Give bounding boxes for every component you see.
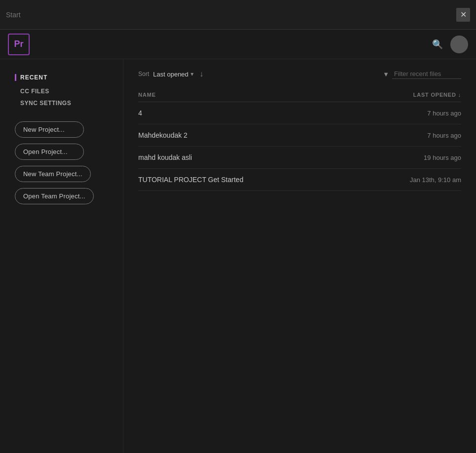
sort-bar: Sort Last opened Name Size ▾ ↓ ▼ xyxy=(138,69,461,79)
open-team-project-button[interactable]: Open Team Project... xyxy=(15,188,94,204)
app-header: Pr 🔍 xyxy=(0,30,476,59)
file-name-cell: 4 xyxy=(138,102,355,124)
sort-direction-button[interactable]: ↓ xyxy=(198,70,205,78)
file-name-cell: mahd koudak asli xyxy=(138,147,355,169)
table-row[interactable]: Mahdekoudak 27 hours ago xyxy=(138,124,461,147)
table-row[interactable]: TUTORIAL PROJECT Get StartedJan 13th, 9:… xyxy=(138,169,461,191)
file-name-cell: TUTORIAL PROJECT Get Started xyxy=(138,169,355,191)
sidebar-buttons: New Project... Open Project... New Team … xyxy=(15,121,113,204)
col-name-header: NAME xyxy=(138,89,355,102)
sort-arrow-icon: ↓ xyxy=(458,92,461,98)
sidebar-item-cc-files[interactable]: CC FILES xyxy=(15,88,113,95)
content-area: Sort Last opened Name Size ▾ ↓ ▼ NAME xyxy=(123,59,476,453)
search-icon-button[interactable]: 🔍 xyxy=(429,36,446,53)
search-icon: 🔍 xyxy=(432,39,443,50)
new-project-button[interactable]: New Project... xyxy=(15,121,84,138)
file-date-cell: 7 hours ago xyxy=(355,124,461,147)
recent-section-label: RECENT xyxy=(15,74,113,81)
file-name-cell: Mahdekoudak 2 xyxy=(138,124,355,147)
col-date-header[interactable]: LAST OPENED↓ xyxy=(355,89,461,102)
start-input[interactable] xyxy=(6,11,456,19)
top-bar: ✕ xyxy=(0,0,476,30)
file-date-cell: Jan 13th, 9:10 am xyxy=(355,169,461,191)
user-avatar[interactable] xyxy=(450,36,468,53)
sidebar: RECENT CC FILES SYNC SETTINGS New Projec… xyxy=(0,59,123,453)
files-table: NAME LAST OPENED↓ 47 hours agoMahdekouda… xyxy=(138,89,461,191)
sort-select[interactable]: Last opened Name Size xyxy=(153,71,191,78)
file-date-cell: 7 hours ago xyxy=(355,102,461,124)
main-area: RECENT CC FILES SYNC SETTINGS New Projec… xyxy=(0,59,476,453)
filter-input[interactable] xyxy=(392,69,461,79)
sort-select-wrapper[interactable]: Last opened Name Size ▾ xyxy=(153,71,194,78)
open-project-button[interactable]: Open Project... xyxy=(15,144,84,160)
premiere-pro-logo: Pr xyxy=(8,34,30,55)
table-row[interactable]: mahd koudak asli19 hours ago xyxy=(138,147,461,169)
table-header-row: NAME LAST OPENED↓ xyxy=(138,89,461,102)
files-table-body: 47 hours agoMahdekoudak 27 hours agomahd… xyxy=(138,102,461,191)
filter-icon: ▼ xyxy=(383,71,389,78)
file-date-cell: 19 hours ago xyxy=(355,147,461,169)
top-bar-close-button[interactable]: ✕ xyxy=(456,8,470,22)
table-row[interactable]: 47 hours ago xyxy=(138,102,461,124)
filter-bar: ▼ xyxy=(383,69,461,79)
chevron-down-icon: ▾ xyxy=(191,71,194,77)
new-team-project-button[interactable]: New Team Project... xyxy=(15,166,91,182)
sort-label: Sort xyxy=(138,71,149,77)
sidebar-item-sync-settings[interactable]: SYNC SETTINGS xyxy=(15,100,113,107)
